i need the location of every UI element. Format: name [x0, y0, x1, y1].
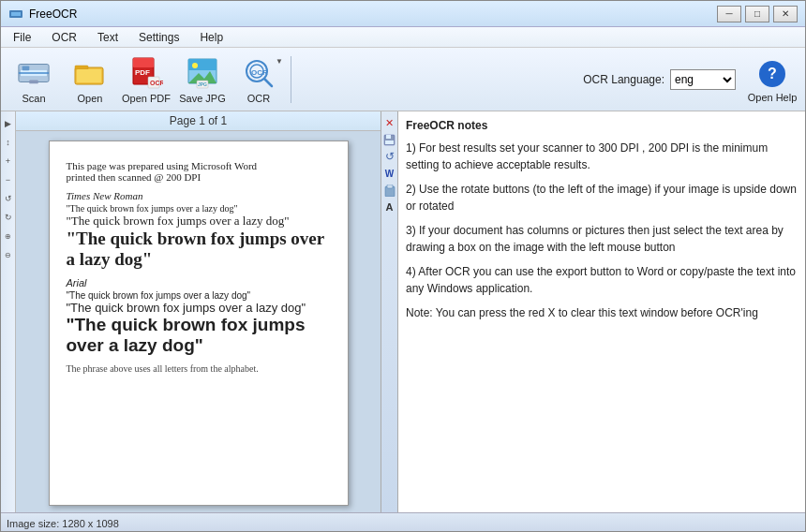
ocr-language-label: OCR Language:: [583, 73, 664, 86]
open-label: Open: [78, 93, 103, 104]
times-large: "The quick brown fox jumps over a lazy d…: [67, 229, 331, 270]
note-1: 1) For best results set your scanner to …: [406, 140, 798, 173]
doc-header: This page was prepared using Microsoft W…: [67, 160, 331, 183]
svg-rect-11: [133, 58, 154, 67]
text-area[interactable]: FreeOCR notes 1) For best results set yo…: [398, 111, 805, 512]
scan-icon: [16, 55, 52, 91]
zoom-out-button[interactable]: −: [2, 171, 15, 188]
zoom-in-button[interactable]: +: [2, 153, 15, 170]
image-panel: Page 1 of 1 This page was prepared using…: [16, 111, 381, 512]
main-content: ▶ ↕ + − ↺ ↻ ⊕ ⊖ Page 1 of 1 This page wa…: [1, 111, 805, 512]
menu-settings[interactable]: Settings: [130, 28, 187, 47]
help-icon: ?: [754, 56, 790, 92]
rotate-right-button[interactable]: ↻: [2, 209, 15, 226]
fit-button[interactable]: ↕: [2, 134, 15, 151]
open-folder-icon: [72, 55, 108, 91]
ocr-language-area: OCR Language: eng fra deu spa: [583, 69, 736, 90]
svg-rect-31: [387, 185, 393, 188]
maximize-button[interactable]: □: [745, 6, 769, 22]
svg-text:JPG: JPG: [198, 81, 207, 87]
svg-text:OCR: OCR: [150, 80, 163, 86]
menu-file[interactable]: File: [5, 28, 39, 47]
help-label: Open Help: [748, 92, 798, 103]
status-bar: Image size: 1280 x 1098: [1, 512, 805, 532]
arrow-right-button[interactable]: ▶: [2, 115, 15, 132]
open-pdf-button[interactable]: PDF OCR Open PDF: [119, 52, 173, 107]
note-2: 2) Use the rotate buttons (to the left o…: [406, 181, 798, 214]
image-scroll-area[interactable]: This page was prepared using Microsoft W…: [16, 131, 381, 512]
ocr-language-select[interactable]: eng fra deu spa: [670, 69, 736, 90]
window-controls[interactable]: ─ □ ✕: [717, 6, 798, 22]
arial-label: Arial: [67, 277, 331, 288]
scan-button[interactable]: Scan: [7, 52, 61, 107]
right-strip: ✕ ↺ W A: [381, 111, 398, 512]
scan-label: Scan: [22, 93, 45, 104]
times-medium: "The quick brown fox jumps over a lazy d…: [67, 214, 331, 229]
close-button[interactable]: ✕: [773, 6, 798, 22]
word-export-button[interactable]: W: [382, 166, 397, 181]
save-jpg-label: Save JPG: [179, 93, 226, 104]
open-button[interactable]: Open: [63, 52, 117, 107]
open-pdf-label: Open PDF: [122, 93, 171, 104]
save-text-button[interactable]: [382, 132, 397, 147]
toolbar-separator: [291, 56, 291, 103]
svg-rect-9: [77, 69, 101, 82]
svg-rect-4: [22, 66, 30, 70]
rotate-left-button[interactable]: ↺: [2, 190, 15, 207]
note-4: 4) After OCR you can use the export butt…: [406, 263, 798, 297]
zoom-minus-button[interactable]: ⊖: [2, 246, 15, 263]
text-panel: FreeOCR notes 1) For best results set yo…: [398, 111, 805, 512]
svg-point-17: [192, 63, 198, 68]
note-5: Note: You can press the red X to clear t…: [406, 304, 798, 321]
arial-medium: "The quick brown fox jumps over a lazy d…: [67, 301, 331, 315]
rotate-button[interactable]: ↺: [382, 149, 397, 164]
doc-line2: printed then scanned @ 200 DPI: [67, 171, 202, 183]
zoom-plus-button[interactable]: ⊕: [2, 228, 15, 244]
minimize-button[interactable]: ─: [717, 6, 741, 22]
status-text: Image size: 1280 x 1098: [7, 518, 119, 529]
svg-rect-8: [75, 66, 88, 69]
svg-text:PDF: PDF: [135, 68, 150, 77]
toolbar: Scan Open PDF OCR Open PDF: [1, 48, 805, 111]
pdf-icon: PDF OCR: [128, 55, 164, 91]
ocr-dropdown-arrow[interactable]: ▼: [276, 57, 283, 66]
clear-text-button[interactable]: ✕: [382, 115, 397, 130]
times-small: "The quick brown fox jumps over a lazy d…: [67, 203, 331, 214]
left-panel: ▶ ↕ + − ↺ ↻ ⊕ ⊖: [1, 111, 16, 512]
arial-small: "The quick brown fox jumps over a lazy d…: [67, 290, 331, 301]
menu-text[interactable]: Text: [89, 28, 127, 47]
menu-ocr[interactable]: OCR: [43, 28, 85, 47]
times-label: Times New Roman: [67, 190, 331, 201]
page-label: Page 1 of 1: [16, 111, 381, 131]
menu-bar: File OCR Text Settings Help: [1, 27, 805, 48]
svg-text:?: ?: [768, 66, 777, 81]
save-jpg-button[interactable]: JPG Save JPG: [175, 52, 230, 107]
arial-large: "The quick brown fox jumps over a lazy d…: [67, 315, 331, 356]
save-jpg-icon: JPG: [185, 55, 220, 91]
ocr-button[interactable]: OCR OCR ▼: [231, 52, 286, 107]
title-bar: FreeOCR ─ □ ✕: [1, 1, 805, 27]
ocr-label: OCR: [247, 93, 270, 104]
svg-text:OCR: OCR: [251, 68, 268, 77]
title-left: FreeOCR: [8, 7, 77, 22]
svg-rect-1: [11, 12, 21, 16]
open-help-button[interactable]: ? Open Help: [745, 52, 799, 107]
app-title: FreeOCR: [29, 7, 77, 21]
arial-section: Arial "The quick brown fox jumps over a …: [67, 277, 331, 356]
doc-line1: This page was prepared using Microsoft W…: [67, 160, 258, 171]
svg-line-23: [264, 79, 272, 86]
notes-title: FreeOCR notes: [406, 117, 798, 134]
clipboard-button[interactable]: [382, 183, 397, 198]
ocr-icon: OCR: [241, 55, 276, 91]
menu-help[interactable]: Help: [191, 28, 231, 47]
document-image: This page was prepared using Microsoft W…: [49, 140, 349, 506]
doc-footer: The phrase above uses all letters from t…: [67, 363, 331, 374]
app-icon: [8, 7, 23, 22]
svg-rect-29: [385, 140, 394, 144]
svg-rect-28: [386, 135, 391, 139]
times-section: Times New Roman "The quick brown fox jum…: [67, 190, 331, 270]
font-button[interactable]: A: [382, 200, 397, 214]
note-3: 3) If your document has columns or pictu…: [406, 222, 798, 256]
svg-rect-6: [29, 80, 37, 83]
